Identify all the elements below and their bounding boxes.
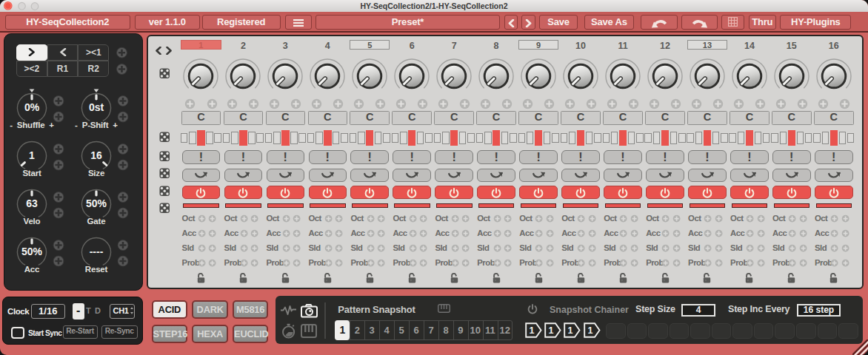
svg-text:1: 1 [529,325,534,336]
svg-text:1: 1 [548,325,553,336]
svg-text:1: 1 [587,325,592,336]
svg-text:1: 1 [568,325,573,336]
